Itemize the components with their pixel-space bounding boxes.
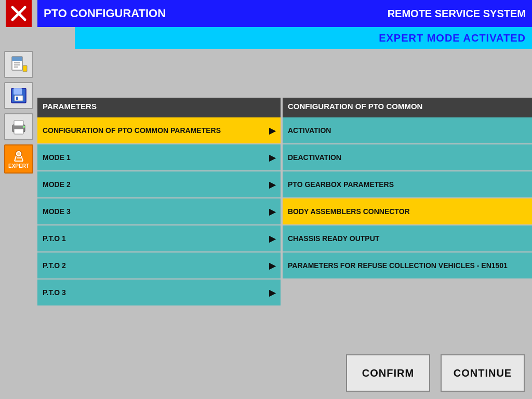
left-table: PARAMETERS CONFIGURATION OF PTO COMMON P…	[37, 98, 281, 307]
expert-button[interactable]: EXPERT	[4, 144, 33, 174]
right-table-header: CONFIGURATION OF PTO COMMON	[283, 98, 532, 117]
save-button[interactable]	[4, 82, 33, 109]
expert-banner: EXPERT MODE ACTIVATED	[75, 27, 532, 49]
document-button[interactable]	[4, 51, 33, 78]
close-button[interactable]	[6, 0, 32, 27]
table-row[interactable]: MODE 2 ▶	[37, 171, 281, 198]
expert-label: EXPERT	[8, 163, 29, 169]
table-row[interactable]: PARAMETERS FOR REFUSE COLLECTION VEHICLE…	[283, 252, 532, 280]
arrow-icon: ▶	[269, 207, 275, 217]
svg-line-18	[15, 156, 16, 161]
table-row[interactable]: DEACTIVATION	[283, 144, 532, 171]
page-title: PTO CONFIGURATION	[44, 7, 388, 20]
table-row[interactable]: CHASSIS READY OUTPUT	[283, 225, 532, 252]
arrow-icon: ▶	[269, 261, 275, 271]
svg-rect-7	[23, 65, 27, 72]
system-name: REMOTE SERVICE SYSTEM	[388, 8, 526, 20]
svg-rect-9	[14, 88, 22, 95]
svg-rect-10	[15, 96, 23, 101]
arrow-icon: ▶	[269, 126, 275, 136]
table-row[interactable]: MODE 3 ▶	[37, 198, 281, 225]
table-row[interactable]: CONFIGURATION OF PTO COMMON PARAMETERS ▶	[37, 117, 281, 144]
left-table-header: PARAMETERS	[37, 98, 281, 117]
svg-rect-13	[14, 121, 23, 126]
arrow-icon: ▶	[269, 288, 275, 298]
svg-line-19	[21, 156, 23, 161]
main-area: PTO CONFIGURATION REMOTE SERVICE SYSTEM …	[37, 0, 532, 399]
table-row[interactable]: P.T.O 1 ▶	[37, 225, 281, 252]
expert-banner-text: EXPERT MODE ACTIVATED	[379, 32, 526, 44]
table-row[interactable]: MODE 1 ▶	[37, 144, 281, 171]
table-row[interactable]: PTO GEARBOX PARAMETERS	[283, 171, 532, 198]
print-button[interactable]	[4, 113, 33, 140]
table-row[interactable]: ACTIVATION	[283, 117, 532, 144]
arrow-icon: ▶	[269, 180, 275, 190]
svg-rect-11	[16, 97, 18, 100]
tables-area: PARAMETERS CONFIGURATION OF PTO COMMON P…	[37, 98, 532, 307]
svg-rect-14	[14, 129, 23, 134]
arrow-icon: ▶	[269, 153, 275, 163]
sidebar: EXPERT	[0, 0, 37, 399]
header: PTO CONFIGURATION REMOTE SERVICE SYSTEM	[37, 0, 532, 27]
table-row[interactable]: P.T.O 2 ▶	[37, 252, 281, 280]
confirm-button[interactable]: CONFIRM	[346, 354, 430, 392]
svg-rect-3	[12, 57, 22, 61]
bottom-buttons: CONFIRM CONTINUE	[346, 354, 525, 392]
table-row[interactable]: P.T.O 3 ▶	[37, 280, 281, 307]
continue-button[interactable]: CONTINUE	[441, 354, 525, 392]
svg-point-17	[17, 152, 20, 155]
arrow-icon: ▶	[269, 234, 275, 244]
svg-point-15	[23, 126, 25, 128]
table-row[interactable]: BODY ASSEMBLERS CONNECTOR	[283, 198, 532, 225]
right-table: CONFIGURATION OF PTO COMMON ACTIVATION D…	[283, 98, 532, 307]
